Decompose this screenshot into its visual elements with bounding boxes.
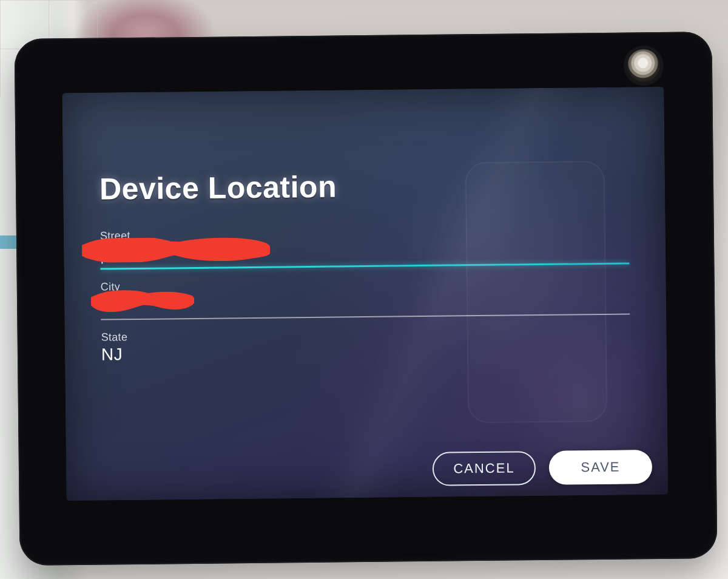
tablet-frame: Device Location Street City: [14, 32, 717, 566]
camera-icon: [627, 49, 661, 83]
state-field[interactable]: State NJ: [101, 323, 630, 365]
action-bar: CANCEL SAVE: [433, 450, 653, 486]
street-input[interactable]: [100, 237, 629, 264]
save-button[interactable]: SAVE: [549, 450, 653, 485]
cancel-button[interactable]: CANCEL: [433, 451, 536, 486]
device-screen: Device Location Street City: [62, 87, 668, 501]
street-underline: [100, 262, 629, 269]
city-field[interactable]: City: [101, 273, 630, 320]
city-input[interactable]: [101, 288, 630, 315]
street-field[interactable]: Street: [100, 222, 630, 269]
page-title: Device Location: [99, 166, 629, 206]
state-input[interactable]: NJ: [101, 338, 630, 365]
